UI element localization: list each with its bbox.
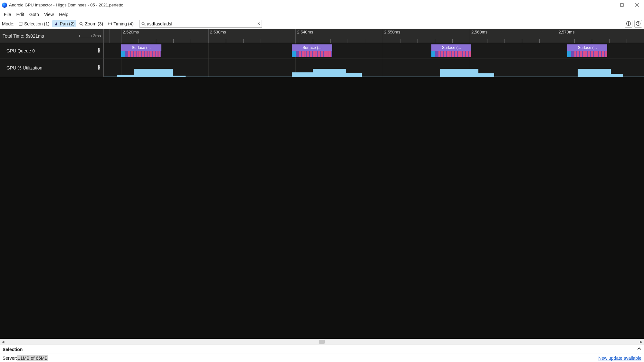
time-tick-major <box>121 29 121 43</box>
svg-text:?: ? <box>637 22 639 25</box>
time-tick-minor <box>173 39 174 43</box>
search-box[interactable]: × <box>139 20 262 28</box>
utilization-bar[interactable] <box>440 69 478 77</box>
info-icon <box>626 21 631 27</box>
trace-empty-area[interactable] <box>0 77 644 339</box>
surface-detail-strip[interactable] <box>121 51 161 57</box>
surface-block[interactable]: Surface (... <box>292 44 332 51</box>
mode-zoom-button[interactable]: Zoom (3) <box>77 20 105 27</box>
selection-panel: Selection <box>0 345 644 354</box>
time-tick-minor <box>435 39 435 43</box>
menu-edit[interactable]: Edit <box>14 11 27 18</box>
server-label: Server: <box>3 356 17 361</box>
info-button[interactable] <box>625 20 632 28</box>
track-gpu-util-content[interactable] <box>104 59 644 77</box>
menu-file[interactable]: File <box>1 11 14 18</box>
track-gpu-queue-label: GPU Queue 0 <box>6 48 35 53</box>
track-gpu-util-label: GPU % Utilization <box>6 65 42 70</box>
scale-bracket-icon <box>79 35 91 37</box>
track-gpu-queue-content[interactable]: Surface (...Surface (...Surface (...Surf… <box>104 43 644 59</box>
scrollbar-thumb[interactable] <box>319 340 325 344</box>
mode-pan-label: Pan (2) <box>60 21 75 26</box>
utilization-bar[interactable] <box>313 69 346 77</box>
time-tick-major <box>383 29 383 43</box>
svg-rect-1 <box>620 4 623 6</box>
titlebar: Android GPU Inspector - Higgs Dominoes -… <box>0 0 644 10</box>
utilization-bar[interactable] <box>173 76 186 77</box>
svg-rect-4 <box>19 22 22 25</box>
time-tick-minor <box>330 39 331 43</box>
svg-line-11 <box>144 24 145 26</box>
mode-pan-button[interactable]: Pan (2) <box>52 20 77 27</box>
selection-title: Selection <box>3 347 23 352</box>
track-gpu-util: GPU % Utilization <box>0 59 644 77</box>
time-tick-minor <box>191 39 191 43</box>
time-tick-minor <box>278 39 278 43</box>
trace-view[interactable]: Total Time: 5s021ms 2ms GPU Queue 0 Surf… <box>0 29 644 339</box>
utilization-bar[interactable] <box>578 69 611 77</box>
minimize-button[interactable] <box>600 0 614 10</box>
mode-selection-button[interactable]: Selection (1) <box>16 20 52 27</box>
surface-block[interactable]: Surface (... <box>431 44 471 51</box>
time-tick-minor <box>365 39 365 43</box>
scale-indicator: 2ms <box>79 33 101 38</box>
utilization-bar[interactable] <box>478 73 494 77</box>
surface-detail-strip[interactable] <box>567 51 607 57</box>
total-time-label: Total Time: 5s021ms <box>3 33 44 39</box>
time-tick-minor <box>261 39 261 43</box>
trace-header: Total Time: 5s021ms 2ms <box>0 29 644 43</box>
window-title: Android GPU Inspector - Higgs Dominoes -… <box>9 3 123 7</box>
surface-detail-strip[interactable] <box>292 51 332 57</box>
search-input[interactable] <box>146 21 260 26</box>
time-tick-minor <box>627 39 627 43</box>
mode-selection-label: Selection (1) <box>24 21 50 26</box>
surface-block[interactable]: Surface (... <box>567 44 607 51</box>
svg-point-13 <box>628 22 629 23</box>
update-link[interactable]: New update available <box>598 356 641 361</box>
track-gpu-queue-label-cell[interactable]: GPU Queue 0 <box>0 43 104 59</box>
time-tick-minor <box>505 39 505 43</box>
time-tick-minor <box>522 39 522 43</box>
surface-block[interactable]: Surface (... <box>121 44 161 51</box>
time-tick-major <box>470 29 470 43</box>
mode-label: Mode: <box>2 21 14 26</box>
pin-icon[interactable] <box>97 48 101 54</box>
help-button[interactable]: ? <box>634 20 642 28</box>
scroll-left-icon[interactable]: ◀ <box>0 340 6 344</box>
menu-goto[interactable]: Goto <box>27 11 42 18</box>
utilization-bar[interactable] <box>611 74 623 77</box>
scroll-right-icon[interactable]: ▶ <box>638 340 644 344</box>
time-tick-minor <box>487 39 487 43</box>
horizontal-scrollbar[interactable]: ◀ ▶ <box>0 339 644 345</box>
maximize-button[interactable] <box>614 0 629 10</box>
time-tick-minor <box>156 39 156 43</box>
surface-detail-strip[interactable] <box>431 51 471 57</box>
svg-point-10 <box>142 22 144 25</box>
svg-line-6 <box>82 24 83 26</box>
utilization-bar[interactable] <box>134 69 173 77</box>
toolbar: Mode: Selection (1) Pan (2) Zoom (3) Tim… <box>0 19 644 29</box>
time-tick-minor <box>592 39 592 43</box>
utilization-bar[interactable] <box>292 72 313 77</box>
time-axis[interactable] <box>104 29 644 43</box>
menu-help[interactable]: Help <box>56 11 71 18</box>
svg-point-5 <box>80 22 82 25</box>
pin-icon[interactable] <box>97 65 101 71</box>
menu-view[interactable]: View <box>42 11 56 18</box>
mode-timing-button[interactable]: Timing (4) <box>106 20 136 27</box>
track-gpu-util-label-cell[interactable]: GPU % Utilization <box>0 59 104 77</box>
time-tick-minor <box>418 39 418 43</box>
scrollbar-track[interactable] <box>6 339 638 345</box>
menubar: File Edit Goto View Help <box>0 10 644 19</box>
mode-zoom-label: Zoom (3) <box>85 21 103 26</box>
chevron-up-icon[interactable] <box>637 347 641 352</box>
total-time-cell: Total Time: 5s021ms 2ms <box>0 29 104 43</box>
server-mem: 11MB of 65MB <box>17 355 48 361</box>
close-button[interactable] <box>629 0 644 10</box>
time-tick-minor <box>574 39 575 43</box>
clear-search-icon[interactable]: × <box>257 21 260 27</box>
search-icon <box>141 22 146 26</box>
time-tick-minor <box>539 39 540 43</box>
utilization-bar[interactable] <box>117 75 134 77</box>
utilization-bar[interactable] <box>346 73 362 77</box>
